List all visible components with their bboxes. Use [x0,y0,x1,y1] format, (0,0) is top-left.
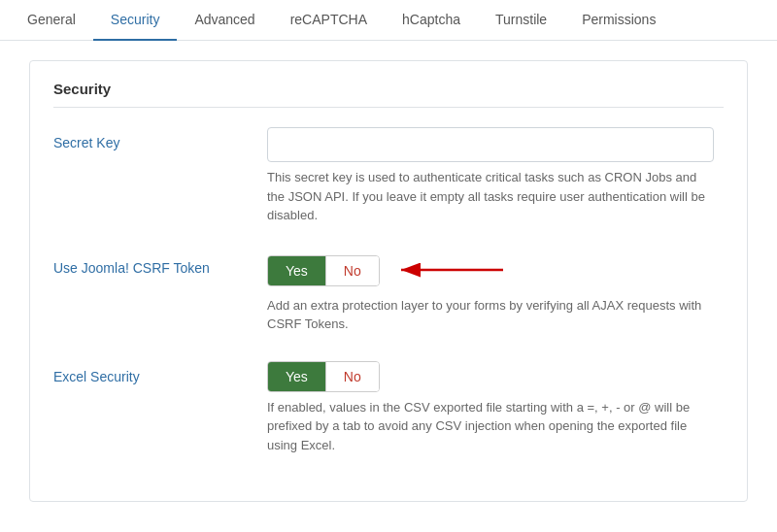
tab-security[interactable]: Security [93,0,178,41]
section-title: Security [53,81,724,108]
csrf-arrow-icon [391,252,508,287]
tab-hcaptcha[interactable]: hCaptcha [385,0,478,41]
csrf-token-help: Add an extra protection layer to your fo… [267,296,714,334]
tab-general[interactable]: General [10,0,93,41]
excel-no-button[interactable]: No [325,362,379,391]
excel-toggle-group: Yes No [267,361,380,392]
csrf-yes-button[interactable]: Yes [268,256,325,285]
secret-key-help: This secret key is used to authenticate … [267,168,714,225]
csrf-toggle-group: Yes No [267,255,380,286]
excel-security-help: If enabled, values in the CSV exported f… [267,398,714,455]
csrf-token-label: Use Joomla! CSRF Token [53,252,267,276]
secret-key-row: Secret Key This secret key is used to au… [53,127,724,225]
csrf-arrow-annotation [391,252,508,290]
tab-bar: General Security Advanced reCAPTCHA hCap… [0,0,777,41]
excel-security-control: Yes No If enabled, values in the CSV exp… [267,361,724,455]
csrf-toggle-row: Yes No [267,252,724,290]
tab-recaptcha[interactable]: reCAPTCHA [273,0,385,41]
csrf-token-control: Yes No [267,252,724,334]
secret-key-control: This secret key is used to authenticate … [267,127,724,225]
excel-security-row: Excel Security Yes No If enabled, values… [53,361,724,455]
excel-security-label: Excel Security [53,361,267,384]
secret-key-label: Secret Key [53,127,267,150]
tab-permissions[interactable]: Permissions [564,0,673,41]
tab-turnstile[interactable]: Turnstile [478,0,564,41]
main-content: Security Secret Key This secret key is u… [0,41,777,521]
tab-advanced[interactable]: Advanced [177,0,272,41]
csrf-no-button[interactable]: No [325,256,379,285]
csrf-token-row: Use Joomla! CSRF Token Yes No [53,252,724,334]
secret-key-input[interactable] [267,127,714,162]
security-section: Security Secret Key This secret key is u… [29,60,748,502]
excel-yes-button[interactable]: Yes [268,362,325,391]
